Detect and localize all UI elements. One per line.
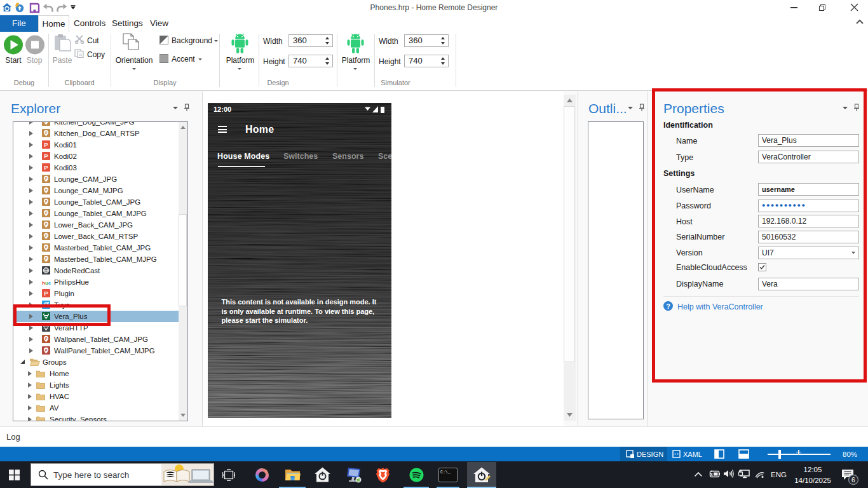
svg-text:6: 6 [851,476,855,484]
svg-text:P: P [45,211,48,215]
svg-text:P: P [45,177,48,180]
svg-text:P: P [45,200,48,203]
svg-text:P: P [44,164,48,171]
svg-text:P: P [45,131,48,135]
svg-text:P: P [44,290,48,297]
svg-text:P: P [45,348,48,352]
svg-text:P: P [44,152,48,159]
svg-text:C:\_: C:\_ [440,470,451,475]
svg-text:P: P [45,257,48,261]
svg-text:P: P [45,234,48,238]
svg-text:P: P [45,121,48,123]
svg-text:P: P [45,337,48,341]
svg-text:P: P [45,188,48,192]
svg-text:P: P [45,222,48,226]
svg-text:P: P [44,141,48,148]
svg-text:P: P [45,245,48,249]
